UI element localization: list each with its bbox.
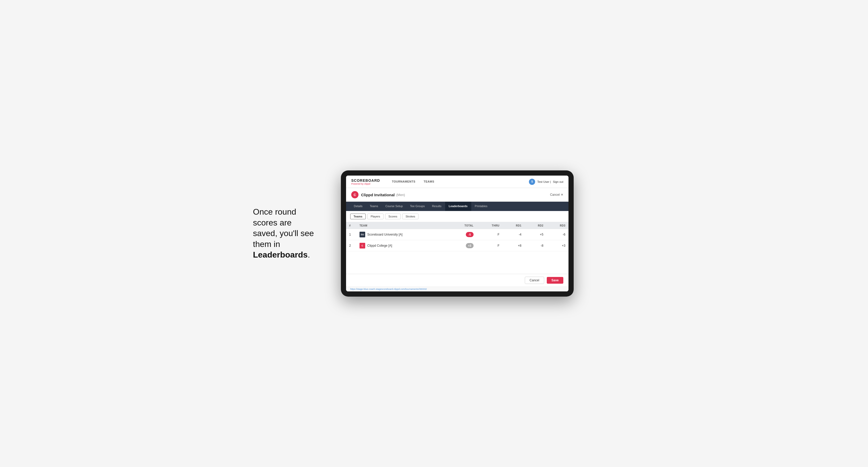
tournament-gender: (Men) — [396, 193, 405, 197]
save-button[interactable]: Save — [547, 277, 563, 284]
user-name: Test User | — [537, 180, 551, 183]
tablet-screen: SCOREBOARD Powered by clippd TOURNAMENTS… — [346, 176, 568, 291]
logo-text: SCOREBOARD — [351, 179, 380, 183]
logo-subtext: Powered by clippd — [351, 183, 380, 185]
intro-text: Once round scores are saved, you'll see … — [253, 207, 326, 260]
cell-thru: F — [477, 240, 502, 251]
user-avatar: S — [529, 179, 535, 185]
cell-rd3: +3 — [547, 240, 568, 251]
tournament-icon: C — [351, 191, 359, 198]
tournament-name: Clippd Invitational — [361, 193, 395, 197]
score-badge: +3 — [466, 243, 473, 248]
col-rd3: RD3 — [547, 222, 568, 229]
filter-bar: Teams Players Scores Strokes — [346, 211, 568, 222]
team-name: Scoreboard University [A] — [367, 233, 402, 236]
cell-rd2: -8 — [525, 240, 547, 251]
nav-tournaments[interactable]: TOURNAMENTS — [388, 176, 420, 188]
tab-tee-groups[interactable]: Tee Groups — [406, 202, 428, 211]
filter-players-button[interactable]: Players — [367, 214, 383, 219]
cell-thru: F — [477, 229, 502, 240]
tablet-device: SCOREBOARD Powered by clippd TOURNAMENTS… — [341, 170, 574, 297]
filter-scores-button[interactable]: Scores — [385, 214, 401, 219]
tab-printables[interactable]: Printables — [471, 202, 491, 211]
col-rd2: RD2 — [525, 222, 547, 229]
leaderboard-content: # TEAM TOTAL THRU RD1 RD2 RD3 1 SU — [346, 222, 568, 274]
cell-rd2: +5 — [525, 229, 547, 240]
filter-strokes-button[interactable]: Strokes — [402, 214, 418, 219]
url-bar: https://stage-blue-coach.stagescoreboard… — [346, 286, 568, 291]
cell-rank: 2 — [346, 240, 356, 251]
bottom-bar: Cancel Save — [346, 274, 568, 286]
tab-teams[interactable]: Teams — [366, 202, 382, 211]
tab-results[interactable]: Results — [428, 202, 445, 211]
cancel-top-button[interactable]: Cancel ✕ — [550, 193, 563, 196]
cancel-button[interactable]: Cancel — [525, 277, 544, 284]
team-logo: SU — [360, 232, 365, 238]
logo: SCOREBOARD Powered by clippd — [351, 179, 380, 185]
team-logo: C — [360, 243, 365, 249]
sign-out-link[interactable]: Sign out — [553, 180, 563, 183]
cell-team: SU Scoreboard University [A] — [356, 229, 448, 240]
cell-rank: 1 — [346, 229, 356, 240]
col-rd1: RD1 — [502, 222, 525, 229]
tab-details[interactable]: Details — [350, 202, 366, 211]
cell-total: -5 — [448, 229, 477, 240]
filter-teams-button[interactable]: Teams — [350, 214, 366, 219]
team-name: Clippd College [A] — [367, 244, 392, 247]
table-row: 2 C Clippd College [A] +3 F +8 -8 +3 — [346, 240, 568, 251]
col-thru: THRU — [477, 222, 502, 229]
cell-team: C Clippd College [A] — [356, 240, 448, 251]
cell-rd3: -6 — [547, 229, 568, 240]
leaderboard-table: # TEAM TOTAL THRU RD1 RD2 RD3 1 SU — [346, 222, 568, 251]
nav-right: S Test User | Sign out — [529, 179, 563, 185]
col-total: TOTAL — [448, 222, 477, 229]
tournament-header: C Clippd Invitational (Men) Cancel ✕ — [346, 188, 568, 202]
sub-navigation: Details Teams Course Setup Tee Groups Re… — [346, 202, 568, 211]
cell-rd1: +8 — [502, 240, 525, 251]
score-badge: -5 — [466, 232, 473, 237]
table-row: 1 SU Scoreboard University [A] -5 F -4 +… — [346, 229, 568, 240]
tab-leaderboards[interactable]: Leaderboards — [445, 202, 471, 211]
nav-links: TOURNAMENTS TEAMS — [388, 176, 438, 188]
tab-course-setup[interactable]: Course Setup — [382, 202, 406, 211]
cell-rd1: -4 — [502, 229, 525, 240]
col-team: TEAM — [356, 222, 448, 229]
nav-teams[interactable]: TEAMS — [420, 176, 438, 188]
col-rank: # — [346, 222, 356, 229]
top-navigation: SCOREBOARD Powered by clippd TOURNAMENTS… — [346, 176, 568, 188]
cell-total: +3 — [448, 240, 477, 251]
